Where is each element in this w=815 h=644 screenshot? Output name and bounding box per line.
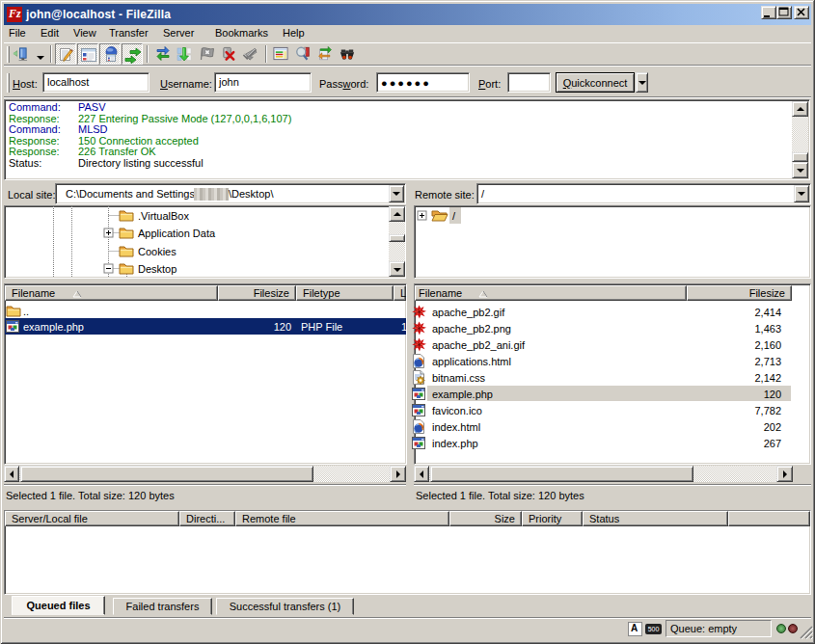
- svg-text:Cookies: Cookies: [138, 246, 177, 257]
- svg-text:.VirtualBox: .VirtualBox: [138, 210, 189, 222]
- svg-text:Desktop: Desktop: [138, 263, 177, 275]
- svg-text:Application Data: Application Data: [138, 228, 216, 239]
